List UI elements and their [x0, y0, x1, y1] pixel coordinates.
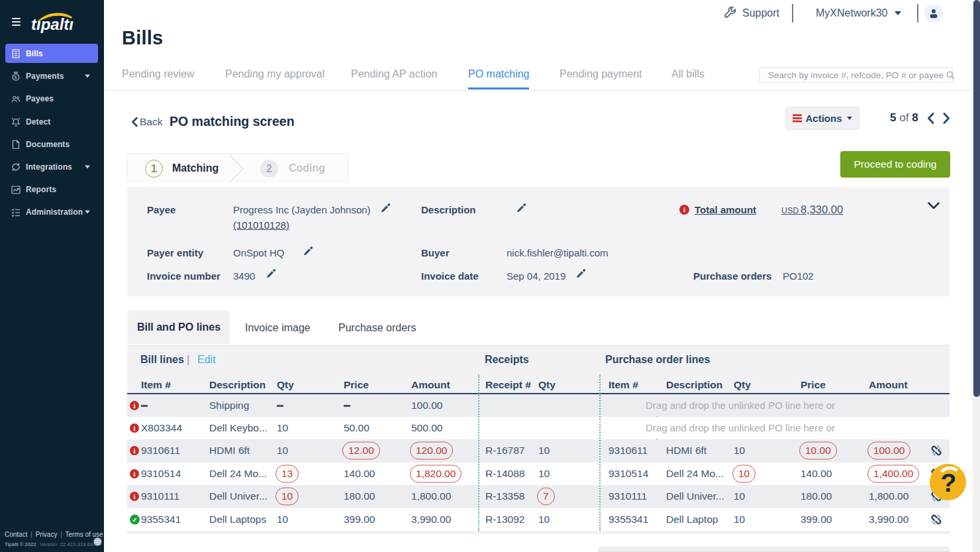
- svg-text:$: $: [15, 75, 17, 80]
- svg-text:tıpaltı: tıpaltı: [31, 15, 74, 33]
